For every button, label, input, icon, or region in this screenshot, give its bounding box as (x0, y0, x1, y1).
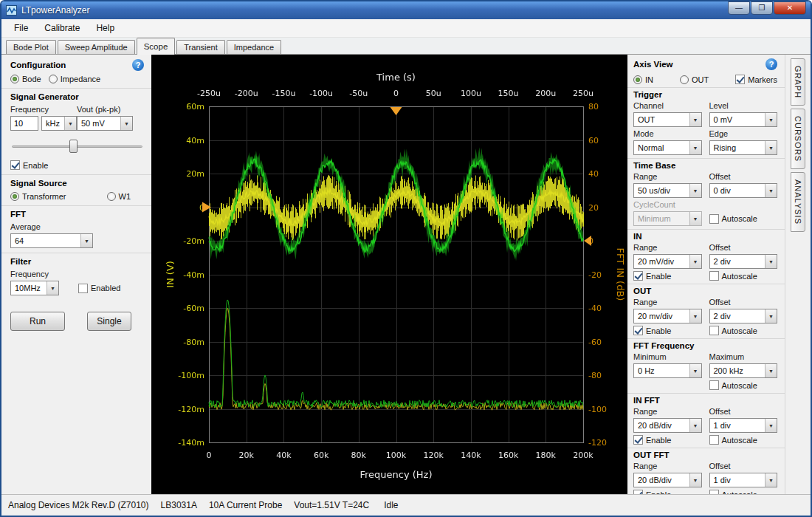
in-range-select[interactable]: 20 mV/div▼ (633, 254, 702, 269)
chevron-down-icon: ▼ (765, 255, 777, 268)
maximize-button[interactable]: ❐ (751, 1, 773, 15)
chevron-down-icon: ▼ (689, 184, 701, 197)
trigger-title: Trigger (633, 90, 777, 99)
fft-maximum-select[interactable]: 200 kHz▼ (709, 363, 778, 378)
tab-scope[interactable]: Scope (137, 38, 176, 55)
tab-sweep-amplitude[interactable]: Sweep Amplitude (58, 40, 135, 54)
in-title: IN (633, 232, 777, 241)
timebase-range-select[interactable]: 50 us/div▼ (633, 183, 702, 198)
generator-enable-checkbox[interactable]: Enable (10, 160, 48, 170)
trigger-section: Trigger Channel Level OUT▼ 0 mV▼ Mode Ed… (633, 90, 777, 155)
divider (627, 338, 785, 339)
in-enable-checkbox[interactable]: Enable (633, 271, 702, 281)
minimize-button[interactable]: — (728, 1, 750, 15)
close-button[interactable]: ✕ (774, 1, 806, 15)
window-controls: — ❐ ✕ (728, 1, 806, 15)
markers-checkbox[interactable]: Markers (735, 75, 777, 84)
help-icon[interactable]: ? (132, 59, 144, 71)
axis-view-section: Axis View ? IN OUT Markers (633, 58, 777, 84)
out-fft-range-select[interactable]: 20 dB/div▼ (633, 473, 702, 487)
chevron-down-icon: ▼ (64, 117, 76, 130)
chevron-down-icon: ▼ (765, 113, 777, 126)
menu-file[interactable]: File (6, 21, 36, 35)
filter-title: Filter (10, 257, 144, 266)
chevron-down-icon: ▼ (689, 364, 701, 377)
status-device: Analog Devices M2k Rev.D (Z7010) (8, 500, 149, 510)
status-probe: 10A Current Probe (209, 500, 282, 510)
out-fft-offset-select[interactable]: 1 div▼ (709, 473, 778, 487)
app-icon (6, 5, 17, 16)
out-offset-select[interactable]: 2 div▼ (709, 309, 778, 323)
frequency-input[interactable] (10, 116, 38, 131)
signal-source-section: Signal Source Transformer W1 (10, 179, 144, 201)
timebase-offset-select[interactable]: 0 div▼ (709, 183, 778, 198)
fft-frequency-section: FFT Frequency Minimum Maximum 0 Hz▼ 200 … (633, 341, 777, 390)
w1-radio[interactable]: W1 (107, 192, 131, 201)
divider (627, 284, 785, 284)
divider (1, 88, 151, 89)
side-tab-analysis[interactable]: ANALYSIS (791, 172, 805, 232)
tab-bode-plot[interactable]: Bode Plot (6, 40, 56, 54)
right-panel: Axis View ? IN OUT Markers Trigger Chann… (627, 55, 785, 494)
fft-frequency-autoscale-checkbox[interactable]: Autoscale (709, 380, 778, 390)
scope-plot[interactable] (151, 55, 627, 494)
vout-select[interactable]: 50 mV▼ (77, 116, 133, 131)
axis-out-radio[interactable]: OUT (680, 75, 709, 84)
trigger-level-select[interactable]: 0 mV▼ (709, 112, 778, 127)
axis-in-radio[interactable]: IN (633, 75, 653, 84)
divider (1, 205, 151, 206)
side-tab-graph[interactable]: GRAPH (791, 58, 805, 106)
fft-section: FFT Average 64▼ (10, 210, 144, 248)
in-fft-autoscale-checkbox[interactable]: Autoscale (709, 435, 778, 445)
out-autoscale-checkbox[interactable]: Autoscale (709, 326, 778, 335)
side-tab-cursors[interactable]: CURSORS (791, 109, 805, 169)
tab-transient[interactable]: Transient (176, 40, 224, 54)
filter-frequency-select[interactable]: 10MHz▼ (10, 281, 59, 295)
divider (627, 393, 785, 394)
average-label: Average (10, 222, 144, 231)
titlebar[interactable]: LTpowerAnalyzer — ❐ ✕ (1, 1, 811, 19)
amplitude-slider[interactable] (12, 139, 142, 154)
trigger-channel-select[interactable]: OUT▼ (633, 112, 702, 127)
scope-canvas[interactable] (151, 55, 627, 494)
in-offset-select[interactable]: 2 div▼ (709, 254, 778, 269)
filter-enabled-checkbox[interactable]: Enabled (78, 284, 120, 293)
average-select[interactable]: 64▼ (10, 233, 93, 248)
chevron-down-icon: ▼ (689, 309, 701, 323)
in-fft-enable-checkbox[interactable]: Enable (633, 435, 702, 445)
timebase-autoscale-checkbox[interactable]: Autoscale (709, 214, 778, 224)
run-button[interactable]: Run (10, 312, 65, 331)
trigger-mode-select[interactable]: Normal▼ (633, 140, 702, 155)
vout-label: Vout (pk-pk) (77, 105, 144, 114)
out-enable-checkbox[interactable]: Enable (633, 326, 702, 335)
filter-section: Filter Frequency 10MHz▼ Enabled (10, 257, 144, 295)
in-autoscale-checkbox[interactable]: Autoscale (709, 271, 778, 281)
single-button[interactable]: Single (87, 312, 131, 331)
out-range-select[interactable]: 20 mv/div▼ (633, 309, 702, 323)
chevron-down-icon: ▼ (689, 255, 701, 268)
slider-thumb[interactable] (69, 140, 78, 153)
impedance-radio[interactable]: Impedance (49, 75, 100, 83)
frequency-unit-select[interactable]: kHz▼ (41, 116, 77, 131)
out-fft-section: OUT FFT Range Offset 20 dB/div▼ 1 div▼ E… (633, 451, 777, 494)
fft-minimum-select[interactable]: 0 Hz▼ (633, 363, 702, 378)
filter-frequency-label: Frequency (10, 270, 144, 278)
chevron-down-icon: ▼ (689, 212, 701, 225)
tab-impedance[interactable]: Impedance (227, 40, 281, 54)
out-fft-title: OUT FFT (633, 451, 777, 459)
in-fft-title: IN FFT (633, 396, 777, 405)
menu-help[interactable]: Help (88, 21, 123, 35)
status-board: LB3031A (161, 500, 197, 510)
transformer-radio[interactable]: Transformer (10, 192, 66, 201)
in-fft-range-select[interactable]: 20 dB/div▼ (633, 418, 702, 433)
bode-radio[interactable]: Bode (10, 75, 41, 83)
signal-source-title: Signal Source (10, 179, 144, 188)
time-base-section: Time Base Range Offset 50 us/div▼ 0 div▼… (633, 161, 777, 226)
help-icon[interactable]: ? (765, 58, 777, 70)
menu-calibrate[interactable]: Calibrate (36, 21, 88, 35)
in-fft-offset-select[interactable]: 1 div▼ (709, 418, 778, 433)
app-window: LTpowerAnalyzer — ❐ ✕ File Calibrate Hel… (0, 0, 812, 517)
status-vout-temp: Vout=1.51V T=24C (294, 500, 369, 510)
divider (627, 158, 785, 159)
trigger-edge-select[interactable]: Rising▼ (709, 140, 778, 155)
